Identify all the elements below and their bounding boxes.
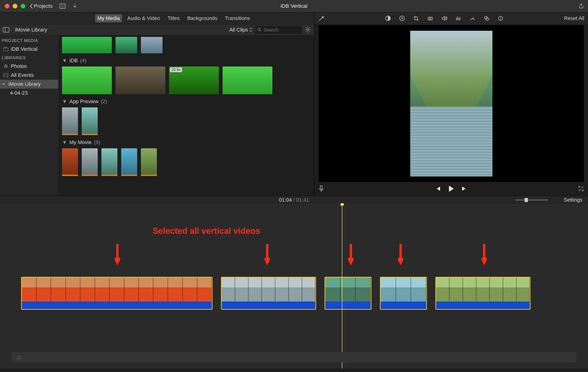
media-clip[interactable]	[82, 107, 98, 135]
annotation-arrow-icon	[348, 244, 354, 266]
media-clip[interactable]	[101, 148, 117, 176]
event-count: (4)	[80, 58, 86, 64]
magic-wand-icon[interactable]	[318, 15, 325, 22]
volume-icon[interactable]	[441, 15, 448, 22]
zoom-slider-knob[interactable]	[525, 198, 528, 202]
sidebar-item-project[interactable]: iDB Vertical	[0, 45, 58, 54]
browser-tabs: My Media Audio & Video Titles Background…	[0, 12, 314, 24]
sidebar-item-imovie-library[interactable]: iMovie Library	[0, 80, 58, 88]
sidebar-item-label: iDB Vertical	[11, 46, 38, 52]
event-name: App Preview	[70, 98, 99, 105]
sidebar-header-project-media: PROJECT MEDIA	[0, 36, 58, 45]
event-header-idb[interactable]: ▼ iDB (4)	[62, 58, 310, 64]
color-wheel-icon[interactable]	[399, 15, 405, 22]
chevron-down-icon	[1, 82, 6, 87]
event-header-app-preview[interactable]: ▼ App Preview (2)	[62, 98, 310, 105]
library-path[interactable]: iMovie Library	[12, 27, 227, 33]
back-to-projects-button[interactable]: Projects	[30, 3, 52, 9]
media-browser: ▼ iDB (4) 20.9s ▼ App Preview (2)	[58, 35, 314, 196]
crop-icon[interactable]	[413, 15, 420, 22]
share-icon[interactable]	[579, 3, 584, 9]
timeline-clip[interactable]	[435, 277, 530, 310]
download-icon[interactable]	[73, 3, 77, 9]
svg-rect-19	[3, 74, 8, 77]
timeline-settings-button[interactable]: Settings	[564, 197, 583, 203]
svg-rect-30	[320, 186, 322, 189]
time-current-value: 01:04	[279, 197, 292, 203]
tab-titles[interactable]: Titles	[165, 14, 182, 22]
info-icon[interactable]	[497, 15, 504, 22]
media-clip[interactable]	[82, 148, 98, 176]
preview-frame	[410, 31, 493, 176]
media-clip[interactable]	[223, 66, 273, 94]
sidebar-item-event-date[interactable]: 4-04-23	[0, 88, 58, 98]
event-header-my-movie[interactable]: ▼ My Movie (5)	[62, 139, 310, 145]
playhead[interactable]	[342, 204, 342, 369]
projects-label: Projects	[34, 3, 52, 9]
clip-filter-dropdown[interactable]: All Clips	[230, 27, 252, 33]
annotation-arrow-icon	[115, 244, 120, 266]
media-clip[interactable]	[62, 107, 78, 135]
media-clip[interactable]	[116, 66, 165, 94]
sidebar-item-photos[interactable]: Photos	[0, 62, 58, 71]
svg-point-17	[6, 66, 8, 67]
media-clip[interactable]	[141, 148, 157, 176]
timeline-clip[interactable]	[21, 277, 212, 310]
tab-audio-video[interactable]: Audio & Video	[125, 14, 162, 22]
svg-line-11	[309, 31, 310, 32]
music-note-icon: ♫	[16, 354, 21, 361]
clip-duration-badge: 20.9s	[170, 67, 182, 72]
play-icon[interactable]	[448, 185, 454, 192]
sidebar-item-label: iMovie Library	[9, 81, 41, 87]
skip-back-icon[interactable]	[435, 186, 441, 192]
tab-transitions[interactable]: Transitions	[223, 14, 252, 22]
media-clip[interactable]	[62, 37, 112, 53]
media-clip[interactable]	[121, 148, 137, 176]
fullscreen-window-button[interactable]	[21, 4, 25, 9]
event-name: iDB	[70, 58, 78, 64]
search-box[interactable]	[255, 26, 302, 34]
color-balance-icon[interactable]	[385, 15, 391, 22]
effects-icon[interactable]	[483, 15, 490, 22]
media-clip[interactable]	[62, 148, 78, 176]
sidebar-toggle-icon[interactable]	[3, 27, 9, 33]
import-media-icon[interactable]	[59, 3, 65, 9]
microphone-icon[interactable]	[319, 185, 324, 192]
equalizer-icon[interactable]	[455, 15, 462, 22]
clip-filter-value: All Clips	[230, 27, 248, 33]
timeline-clip[interactable]	[380, 277, 427, 310]
media-clip[interactable]	[141, 37, 162, 53]
document-title: iDB Vertical	[281, 3, 307, 9]
search-input[interactable]	[263, 27, 300, 33]
media-clip[interactable]	[116, 37, 137, 53]
gear-icon[interactable]	[305, 27, 311, 33]
tab-my-media[interactable]: My Media	[95, 14, 122, 22]
close-window-button[interactable]	[5, 4, 9, 9]
media-clip[interactable]: 20.9s	[169, 66, 219, 94]
reset-all-button[interactable]: Reset All	[564, 15, 584, 21]
preview-canvas[interactable]	[319, 25, 584, 182]
clip-audio-track	[325, 302, 371, 309]
svg-point-3	[258, 28, 260, 31]
film-icon	[3, 73, 9, 78]
zoom-slider[interactable]	[515, 199, 548, 201]
speed-icon[interactable]	[469, 15, 476, 22]
music-track[interactable]: ♫	[12, 352, 576, 362]
timeline-clip[interactable]	[325, 277, 371, 310]
stabilize-icon[interactable]	[427, 15, 433, 22]
clip-audio-track	[381, 302, 426, 309]
sidebar-item-all-events[interactable]: All Events	[0, 71, 58, 80]
timeline[interactable]: Selected all vertical videos ♫	[0, 204, 588, 369]
media-browser-header: iMovie Library All Clips	[0, 24, 314, 35]
fullscreen-icon[interactable]	[578, 186, 584, 192]
window-controls	[5, 4, 25, 9]
search-icon	[257, 28, 262, 32]
timeline-clip[interactable]	[221, 277, 316, 310]
tab-backgrounds[interactable]: Backgrounds	[185, 14, 220, 22]
skip-forward-icon[interactable]	[461, 186, 467, 192]
media-clip[interactable]	[62, 66, 112, 94]
annotation-text: Selected all vertical videos	[153, 226, 260, 236]
triangle-down-icon: ▼	[62, 58, 67, 64]
minimize-window-button[interactable]	[13, 4, 17, 9]
timeline-track	[21, 277, 567, 310]
